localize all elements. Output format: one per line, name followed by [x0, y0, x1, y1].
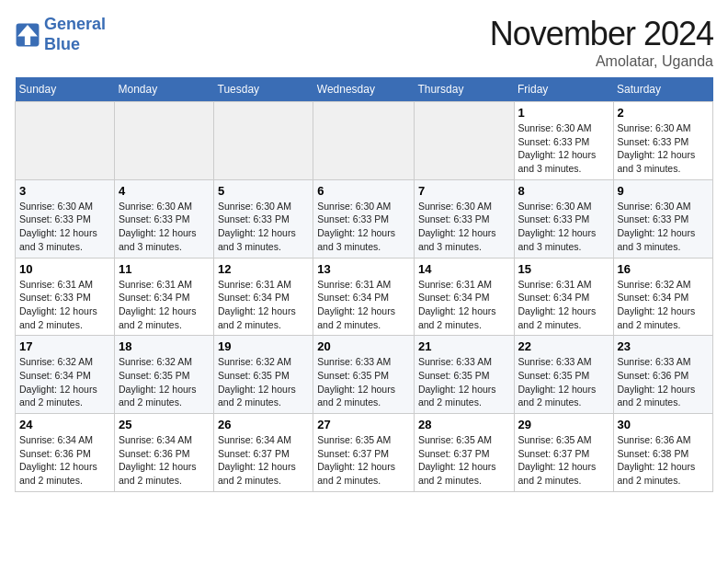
calendar-cell: 9Sunrise: 6:30 AM Sunset: 6:33 PM Daylig…	[613, 179, 713, 258]
calendar-cell: 2Sunrise: 6:30 AM Sunset: 6:33 PM Daylig…	[613, 102, 713, 180]
day-number: 16	[618, 262, 710, 276]
logo-icon	[15, 22, 40, 48]
calendar-cell: 13Sunrise: 6:31 AM Sunset: 6:34 PM Dayli…	[313, 258, 415, 336]
day-number: 3	[19, 184, 110, 198]
day-number: 19	[218, 339, 309, 353]
day-number: 29	[518, 418, 609, 431]
calendar-cell: 10Sunrise: 6:31 AM Sunset: 6:33 PM Dayli…	[16, 258, 115, 336]
day-number: 5	[218, 184, 309, 198]
cell-info: Sunrise: 6:30 AM Sunset: 6:33 PM Dayligh…	[218, 200, 309, 254]
calendar-cell: 18Sunrise: 6:32 AM Sunset: 6:35 PM Dayli…	[114, 336, 213, 414]
day-number: 22	[518, 339, 609, 353]
calendar-cell	[16, 102, 115, 180]
calendar-cell: 17Sunrise: 6:32 AM Sunset: 6:34 PM Dayli…	[16, 336, 115, 414]
day-number: 13	[317, 262, 410, 276]
calendar-cell: 14Sunrise: 6:31 AM Sunset: 6:34 PM Dayli…	[414, 258, 514, 336]
calendar-week-row: 3Sunrise: 6:30 AM Sunset: 6:33 PM Daylig…	[16, 179, 713, 258]
day-number: 14	[418, 262, 510, 276]
cell-info: Sunrise: 6:34 AM Sunset: 6:36 PM Dayligh…	[119, 433, 210, 488]
calendar-cell: 24Sunrise: 6:34 AM Sunset: 6:36 PM Dayli…	[16, 414, 115, 492]
cell-info: Sunrise: 6:30 AM Sunset: 6:33 PM Dayligh…	[518, 121, 609, 176]
day-header-monday: Monday	[114, 77, 213, 102]
calendar-cell: 3Sunrise: 6:30 AM Sunset: 6:33 PM Daylig…	[16, 179, 115, 258]
calendar-cell: 25Sunrise: 6:34 AM Sunset: 6:36 PM Dayli…	[114, 414, 213, 492]
calendar-cell: 7Sunrise: 6:30 AM Sunset: 6:33 PM Daylig…	[414, 179, 514, 258]
day-header-wednesday: Wednesday	[313, 77, 415, 102]
logo: General Blue	[15, 15, 106, 54]
day-number: 17	[19, 339, 110, 353]
cell-info: Sunrise: 6:32 AM Sunset: 6:34 PM Dayligh…	[19, 355, 110, 409]
cell-info: Sunrise: 6:34 AM Sunset: 6:37 PM Dayligh…	[218, 433, 309, 488]
day-number: 10	[19, 262, 110, 276]
calendar-cell: 19Sunrise: 6:32 AM Sunset: 6:35 PM Dayli…	[214, 336, 313, 414]
cell-info: Sunrise: 6:32 AM Sunset: 6:35 PM Dayligh…	[119, 355, 210, 409]
day-number: 9	[618, 184, 710, 198]
calendar-cell: 20Sunrise: 6:33 AM Sunset: 6:35 PM Dayli…	[313, 336, 415, 414]
day-header-sunday: Sunday	[16, 77, 115, 102]
cell-info: Sunrise: 6:33 AM Sunset: 6:36 PM Dayligh…	[618, 355, 710, 409]
day-number: 28	[418, 418, 510, 431]
calendar-cell: 6Sunrise: 6:30 AM Sunset: 6:33 PM Daylig…	[313, 179, 415, 258]
calendar-cell: 21Sunrise: 6:33 AM Sunset: 6:35 PM Dayli…	[414, 336, 514, 414]
day-header-saturday: Saturday	[613, 77, 713, 102]
cell-info: Sunrise: 6:30 AM Sunset: 6:33 PM Dayligh…	[518, 200, 609, 254]
calendar-cell: 5Sunrise: 6:30 AM Sunset: 6:33 PM Daylig…	[214, 179, 313, 258]
day-number: 30	[618, 418, 710, 431]
day-number: 4	[119, 184, 210, 198]
calendar-cell	[114, 102, 213, 180]
day-number: 12	[218, 262, 309, 276]
calendar-header-row: SundayMondayTuesdayWednesdayThursdayFrid…	[16, 77, 713, 102]
calendar-cell: 8Sunrise: 6:30 AM Sunset: 6:33 PM Daylig…	[514, 179, 613, 258]
calendar-cell: 30Sunrise: 6:36 AM Sunset: 6:38 PM Dayli…	[613, 414, 713, 492]
month-title: November 2024	[490, 15, 713, 53]
day-number: 8	[518, 184, 609, 198]
cell-info: Sunrise: 6:30 AM Sunset: 6:33 PM Dayligh…	[418, 200, 510, 254]
cell-info: Sunrise: 6:32 AM Sunset: 6:35 PM Dayligh…	[218, 355, 309, 409]
day-number: 27	[317, 418, 410, 431]
calendar-cell	[313, 102, 415, 180]
cell-info: Sunrise: 6:31 AM Sunset: 6:34 PM Dayligh…	[218, 278, 309, 332]
day-header-friday: Friday	[514, 77, 613, 102]
cell-info: Sunrise: 6:36 AM Sunset: 6:38 PM Dayligh…	[618, 433, 710, 488]
calendar-cell	[414, 102, 514, 180]
calendar-cell: 4Sunrise: 6:30 AM Sunset: 6:33 PM Daylig…	[114, 179, 213, 258]
day-number: 25	[119, 418, 210, 431]
day-number: 26	[218, 418, 309, 431]
cell-info: Sunrise: 6:35 AM Sunset: 6:37 PM Dayligh…	[418, 433, 510, 488]
day-number: 2	[618, 106, 710, 120]
cell-info: Sunrise: 6:30 AM Sunset: 6:33 PM Dayligh…	[618, 200, 710, 254]
day-number: 20	[317, 339, 410, 353]
cell-info: Sunrise: 6:33 AM Sunset: 6:35 PM Dayligh…	[518, 355, 609, 409]
cell-info: Sunrise: 6:31 AM Sunset: 6:34 PM Dayligh…	[317, 278, 410, 332]
page-header: General Blue November 2024 Amolatar, Uga…	[15, 15, 713, 70]
calendar-cell: 23Sunrise: 6:33 AM Sunset: 6:36 PM Dayli…	[613, 336, 713, 414]
title-area: November 2024 Amolatar, Uganda	[490, 15, 713, 70]
calendar-cell: 22Sunrise: 6:33 AM Sunset: 6:35 PM Dayli…	[514, 336, 613, 414]
day-header-thursday: Thursday	[414, 77, 514, 102]
calendar-cell: 11Sunrise: 6:31 AM Sunset: 6:34 PM Dayli…	[114, 258, 213, 336]
calendar-cell: 26Sunrise: 6:34 AM Sunset: 6:37 PM Dayli…	[214, 414, 313, 492]
cell-info: Sunrise: 6:30 AM Sunset: 6:33 PM Dayligh…	[317, 200, 410, 254]
cell-info: Sunrise: 6:33 AM Sunset: 6:35 PM Dayligh…	[418, 355, 510, 409]
calendar-cell: 16Sunrise: 6:32 AM Sunset: 6:34 PM Dayli…	[613, 258, 713, 336]
day-number: 24	[19, 418, 110, 431]
calendar-week-row: 1Sunrise: 6:30 AM Sunset: 6:33 PM Daylig…	[16, 102, 713, 180]
day-number: 7	[418, 184, 510, 198]
logo-line2: Blue	[44, 35, 80, 53]
day-number: 23	[618, 339, 710, 353]
calendar-cell: 27Sunrise: 6:35 AM Sunset: 6:37 PM Dayli…	[313, 414, 415, 492]
location: Amolatar, Uganda	[490, 53, 713, 70]
calendar-week-row: 10Sunrise: 6:31 AM Sunset: 6:33 PM Dayli…	[16, 258, 713, 336]
calendar-cell	[214, 102, 313, 180]
day-number: 15	[518, 262, 609, 276]
cell-info: Sunrise: 6:31 AM Sunset: 6:34 PM Dayligh…	[418, 278, 510, 332]
calendar-cell: 29Sunrise: 6:35 AM Sunset: 6:37 PM Dayli…	[514, 414, 613, 492]
calendar-cell: 1Sunrise: 6:30 AM Sunset: 6:33 PM Daylig…	[514, 102, 613, 180]
cell-info: Sunrise: 6:31 AM Sunset: 6:33 PM Dayligh…	[19, 278, 110, 332]
calendar-table: SundayMondayTuesdayWednesdayThursdayFrid…	[15, 77, 713, 492]
logo-line1: General	[44, 15, 106, 33]
calendar-week-row: 17Sunrise: 6:32 AM Sunset: 6:34 PM Dayli…	[16, 336, 713, 414]
cell-info: Sunrise: 6:30 AM Sunset: 6:33 PM Dayligh…	[19, 200, 110, 254]
calendar-cell: 15Sunrise: 6:31 AM Sunset: 6:34 PM Dayli…	[514, 258, 613, 336]
cell-info: Sunrise: 6:34 AM Sunset: 6:36 PM Dayligh…	[19, 433, 110, 488]
